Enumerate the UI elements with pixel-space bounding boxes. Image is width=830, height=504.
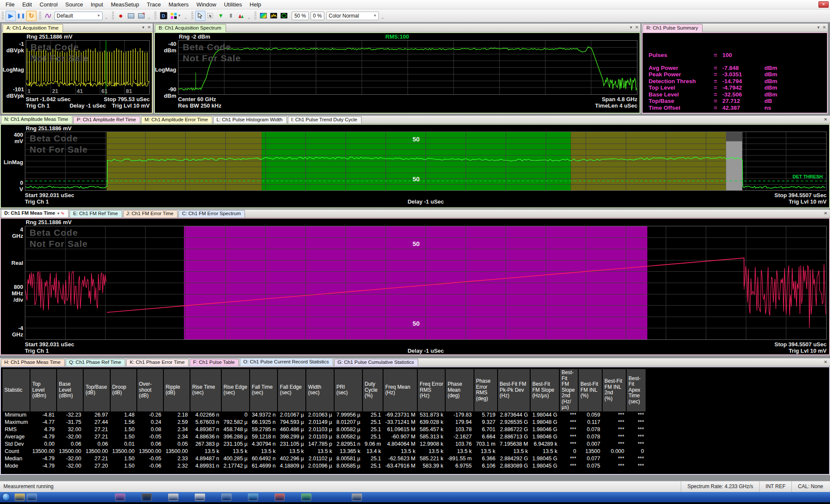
continuous-restart-button[interactable]: ↻ [26, 11, 36, 21]
tab-c-ch1-fm-error-spectrum[interactable]: C: Ch1 FM Error Spectrum [178, 210, 245, 217]
tab-k-ch1-phase-error-time[interactable]: K: Ch1 Phase Error Time [126, 359, 189, 366]
tab-g-ch1-pulse-cumulative-statistics[interactable]: G: Ch1 Pulse Cumulative Statistics [334, 359, 418, 366]
menu-markers[interactable]: Markers [165, 0, 193, 9]
menu-help[interactable]: Help [246, 0, 265, 9]
x-tick-label: 61 [101, 88, 107, 94]
start-button[interactable] [2, 493, 10, 501]
record-button[interactable]: ● [116, 11, 126, 21]
equals-sign: = [714, 105, 722, 111]
taskbar-button[interactable] [275, 493, 285, 501]
menu-meassetup[interactable]: MeasSetup [107, 0, 143, 9]
y-scale-input[interactable]: 0 % [311, 12, 325, 20]
peak-search-button[interactable]: ▼ [216, 11, 226, 21]
tab-n-ch1-amplitude-meas-time[interactable]: N: Ch1 Amplitude Meas Time [1, 115, 72, 123]
menu-input[interactable]: Input [87, 0, 107, 9]
close-icon[interactable]: ✕ [635, 25, 639, 30]
marker-peaks-button[interactable] [236, 11, 247, 21]
trigger-button[interactable] [43, 11, 53, 21]
close-icon[interactable]: ✕ [823, 25, 826, 30]
screen-icon [128, 13, 134, 18]
toolbar-overflow-icon[interactable]: ⌄ [148, 15, 151, 20]
taskbar-button[interactable] [352, 493, 362, 501]
stat-cell: 0.007 [578, 441, 602, 448]
taskbar-button[interactable] [27, 493, 37, 501]
band-markers-button[interactable]: ‖ [226, 11, 236, 21]
toolbar-overflow-icon[interactable]: ⌄ [247, 15, 251, 20]
x-scale-input[interactable]: 50 % [292, 12, 308, 20]
play-button[interactable]: ▶ [6, 11, 16, 21]
close-icon[interactable]: ✕ [148, 25, 151, 30]
menu-file[interactable]: File [2, 0, 18, 9]
close-icon[interactable]: ✕ [824, 211, 827, 216]
stat-cell: 2.01103 µ [306, 426, 334, 433]
menu-trace[interactable]: Trace [143, 0, 165, 9]
tab-r-ch1-pulse-summary[interactable]: R: Ch1 Pulse Summary [643, 24, 703, 32]
toolbar-overflow-icon[interactable]: ⌄ [105, 15, 108, 20]
tab-l-ch1-pulse-histogram-width[interactable]: L: Ch1 Pulse Histogram Width [213, 116, 287, 123]
recall-recording-button[interactable] [126, 11, 136, 21]
x-tick-label: 1 [27, 88, 30, 94]
taskbar-button[interactable] [301, 493, 311, 501]
close-icon[interactable]: ✕ [824, 360, 827, 364]
tab-e-ch1-fm-ref-time[interactable]: E: Ch1 FM Ref Time [69, 210, 122, 217]
stat-cell: 2.34 [163, 433, 190, 441]
minimize-icon[interactable]: ▾ [818, 25, 820, 30]
close-icon[interactable]: ✕ [824, 117, 827, 122]
stat-cell: 460.486 µ [278, 426, 306, 433]
tab-d-ch1-fm-meas-time[interactable]: D: Ch1 FM Meas Time▾∿ [1, 209, 69, 217]
stat-cell: 1.98046 G [530, 426, 559, 433]
toolbar-overflow-icon[interactable]: ⌄ [184, 15, 187, 20]
constellation-view-button[interactable] [279, 11, 289, 21]
menu-window[interactable]: Window [193, 0, 220, 9]
tab-p-ch1-amplitude-ref-time[interactable]: P: Ch1 Amplitude Ref Time [73, 116, 140, 123]
tab-f-ch1-pulse-table[interactable]: F: Ch1 Pulse Table [190, 359, 239, 366]
menu-edit[interactable]: Edit [18, 0, 36, 9]
digital-demod-button[interactable]: D [158, 11, 169, 21]
stat-cell: 2.01096 µ [306, 462, 334, 470]
stat-cell: 13.5 k [417, 448, 445, 455]
tab-b-ch1-acquisition-spectrum[interactable]: B: Ch1 Acquisition Spectrum [155, 24, 226, 32]
tab-a-ch1-acquisition-time[interactable]: A: Ch1 Acquisition Time [3, 24, 63, 32]
pause-button[interactable]: ❚❚ [16, 11, 26, 21]
stat-cell: -4.79 [30, 462, 57, 470]
toolbar-overflow-icon[interactable]: ⌄ [381, 15, 384, 20]
taskbar-button[interactable] [142, 493, 152, 501]
stat-cell: 59.2785 n [250, 426, 278, 433]
spectrogram-view-button[interactable] [258, 11, 269, 21]
tab-h-ch1-phase-meas-time[interactable]: H: Ch1 Phase Meas Time [1, 359, 65, 366]
taskbar-button[interactable] [115, 493, 125, 501]
pointer-tool-button[interactable] [195, 11, 205, 21]
taskbar-button[interactable] [248, 493, 258, 501]
layout-grid-button[interactable]: ▼ [169, 11, 183, 21]
summary-unit: ns [764, 105, 771, 111]
tab-j-ch1-fm-error-time[interactable]: J: Ch1 FM Error Time [123, 210, 178, 217]
taskbar-button[interactable] [168, 493, 178, 501]
tab-m-ch1-amplitude-error-time[interactable]: M: Ch1 Amplitude Error Time [141, 116, 212, 123]
stat-row-std-dev: Std Dev0.000.060.060.010.060.05267.383 p… [3, 441, 646, 448]
menu-source[interactable]: Source [61, 0, 87, 9]
menu-control[interactable]: Control [36, 0, 61, 9]
tab-i-ch1-pulse-trend-duty-cycle[interactable]: I: Ch1 Pulse Trend Duty Cycle [288, 116, 362, 123]
stat-cell: 4.79 [30, 426, 57, 433]
taskbar-button[interactable] [221, 493, 232, 501]
stat-cell: 27.20 [83, 462, 110, 470]
y-axis-format: LinMag [1, 159, 23, 165]
y-axis-format: Real [1, 260, 23, 266]
taskbar-button[interactable] [15, 493, 25, 501]
zoom-select-tool-button[interactable] [205, 11, 216, 21]
minimize-icon[interactable]: ▾ [142, 25, 145, 30]
tab-o-ch1-pulse-current-record-statistics[interactable]: O: Ch1 Pulse Current Record Statistics [240, 358, 333, 366]
tab-q-ch1-phase-ref-time[interactable]: Q: Ch1 Phase Ref Time [66, 359, 125, 366]
close-recording-button[interactable]: ✕ [136, 11, 147, 21]
spectrum-view-button[interactable] [269, 11, 279, 21]
minimize-icon[interactable]: ▾ [630, 25, 632, 30]
taskbar-button[interactable] [195, 493, 205, 501]
amplitude-tab-strip: N: Ch1 Amplitude Meas TimeP: Ch1 Amplitu… [0, 116, 830, 124]
color-mode-select[interactable]: Color Normal ▼ [326, 12, 379, 20]
window-close-button[interactable]: ✕ [818, 1, 829, 8]
y-axis-bottom-unit: dBVpk [3, 93, 24, 99]
stat-cell: 2.01067 µ [278, 411, 306, 419]
menu-utilities[interactable]: Utilities [220, 0, 246, 9]
tab-menu-arrow-icon[interactable]: ▾ [57, 211, 60, 216]
preset-select[interactable]: Default ▼ [54, 12, 103, 20]
